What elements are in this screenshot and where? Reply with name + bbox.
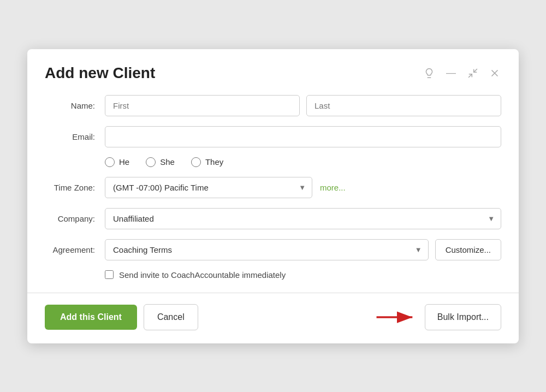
pronoun-she-radio[interactable] xyxy=(146,157,156,167)
add-client-button[interactable]: Add this Client xyxy=(45,305,137,330)
agreement-select-wrap: Coaching Terms ▼ xyxy=(105,239,429,260)
bulk-import-button[interactable]: Bulk Import... xyxy=(425,304,501,330)
pronoun-they-text: They xyxy=(205,157,223,167)
footer-divider xyxy=(27,293,519,293)
timezone-row: Time Zone: (GMT -07:00) Pacific Time ▼ m… xyxy=(45,177,501,198)
agreement-label: Agreement: xyxy=(45,245,105,254)
footer-right: Bulk Import... xyxy=(375,304,501,330)
pronoun-he-radio[interactable] xyxy=(105,157,115,167)
timezone-select[interactable]: (GMT -07:00) Pacific Time xyxy=(105,177,312,198)
dialog-header: Add new Client — xyxy=(45,64,501,82)
pronouns-group: He She They xyxy=(105,157,501,167)
customize-button[interactable]: Customize... xyxy=(435,239,501,260)
lightbulb-icon[interactable] xyxy=(423,67,436,80)
pronoun-she-label[interactable]: She xyxy=(146,157,175,167)
name-row: Name: xyxy=(45,95,501,116)
company-label: Company: xyxy=(45,214,105,223)
pronoun-they-radio[interactable] xyxy=(191,157,201,167)
cancel-button[interactable]: Cancel xyxy=(144,304,198,330)
header-icons: — xyxy=(423,67,501,80)
email-row: Email: xyxy=(45,126,501,147)
dialog-title: Add new Client xyxy=(45,64,155,82)
company-select-wrap: Unaffiliated ▼ xyxy=(105,208,501,229)
svg-line-1 xyxy=(469,74,472,77)
pronouns-row: He She They xyxy=(45,157,501,167)
company-row: Company: Unaffiliated ▼ xyxy=(45,208,501,229)
agreement-fields: Coaching Terms ▼ Customize... xyxy=(105,239,501,260)
timezone-select-wrap: (GMT -07:00) Pacific Time ▼ xyxy=(105,177,312,198)
pronoun-they-label[interactable]: They xyxy=(191,157,223,167)
pronoun-he-label[interactable]: He xyxy=(105,157,129,167)
invite-checkbox-label[interactable]: Send invite to CoachAccountable immediat… xyxy=(119,270,286,280)
agreement-select[interactable]: Coaching Terms xyxy=(105,239,429,260)
first-name-input[interactable] xyxy=(105,95,300,116)
email-label: Email: xyxy=(45,132,105,141)
add-client-dialog: Add new Client — xyxy=(27,49,519,343)
pronoun-he-text: He xyxy=(119,157,129,167)
right-arrow-icon xyxy=(375,310,418,325)
minimize-icon[interactable]: — xyxy=(444,67,458,80)
arrow-right-indicator xyxy=(375,310,418,325)
footer-left: Add this Client Cancel xyxy=(45,304,198,330)
svg-line-2 xyxy=(474,69,477,72)
agreement-row: Agreement: Coaching Terms ▼ Customize... xyxy=(45,239,501,260)
collapse-icon[interactable] xyxy=(466,67,479,80)
timezone-label: Time Zone: xyxy=(45,183,105,192)
dialog-footer: Add this Client Cancel Bulk Import... xyxy=(45,304,501,330)
name-fields xyxy=(105,95,501,116)
last-name-input[interactable] xyxy=(306,95,501,116)
invite-checkbox[interactable] xyxy=(105,270,114,279)
name-label: Name: xyxy=(45,101,105,110)
pronoun-she-text: She xyxy=(160,157,175,167)
company-select[interactable]: Unaffiliated xyxy=(105,208,501,229)
more-link[interactable]: more... xyxy=(320,183,346,192)
invite-checkbox-row: Send invite to CoachAccountable immediat… xyxy=(105,270,501,280)
close-icon[interactable] xyxy=(488,67,501,80)
email-input[interactable] xyxy=(105,126,501,147)
